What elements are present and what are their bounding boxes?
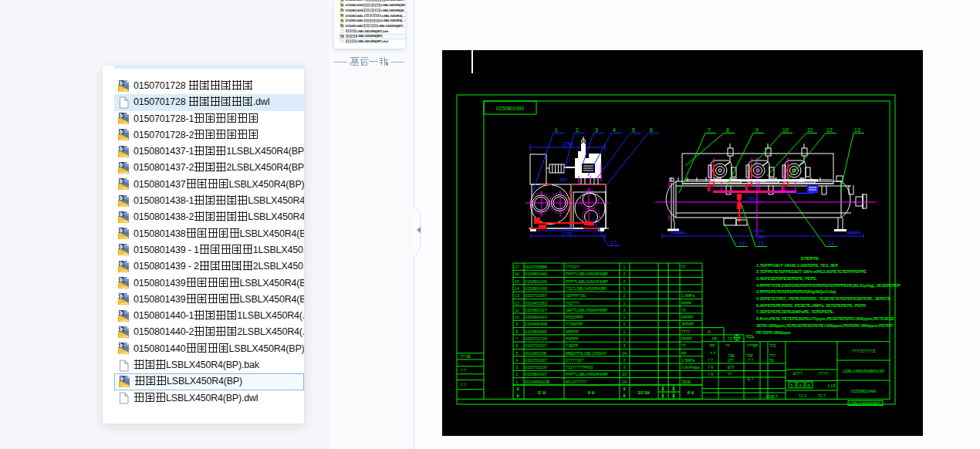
- svg-text:1820: 1820: [755, 235, 765, 239]
- svg-text:PP: PP: [710, 343, 715, 348]
- svg-text:0150801490: 0150801490: [851, 389, 876, 393]
- svg-text:73EPP: 73EPP: [566, 343, 579, 348]
- svg-text:7777Z7777Z: 7777Z7777Z: [851, 349, 876, 353]
- svg-text:0150801438: 0150801438: [525, 286, 547, 291]
- svg-text:1.5MPa: 1.5MPa: [681, 358, 694, 363]
- svg-text:1710: 1710: [753, 228, 764, 233]
- svg-text:12: 12: [515, 301, 519, 306]
- svg-text:0150400408: 0150400408: [525, 322, 547, 326]
- svg-text:9: 9: [516, 393, 519, 398]
- svg-text:3: 3: [623, 365, 626, 370]
- svg-text:0010455020B: 0010455020B: [525, 380, 550, 384]
- svg-text:2: 2: [576, 127, 579, 133]
- svg-text:0150801437: 0150801437: [525, 372, 547, 376]
- svg-text:7: 7: [516, 336, 519, 341]
- svg-text:0150801427: 0150801427: [525, 308, 547, 312]
- svg-text:9: 9: [623, 387, 625, 391]
- svg-text:0150801490: 0150801490: [496, 106, 525, 111]
- svg-text:3: 3: [623, 308, 626, 312]
- svg-text:1: 1: [623, 336, 626, 341]
- svg-text:16: 16: [738, 241, 745, 246]
- svg-text:2.PPPEPE7EPEPEPEPEP(84g40Qu7rS: 2.PPPEPE7EPEPEPEPEP(84g40Qu7rSa).: [756, 289, 837, 294]
- svg-text:3EPPP73E: 3EPPP73E: [566, 293, 586, 298]
- svg-text:7 9: 7 9: [708, 372, 713, 376]
- svg-text:3: 3: [595, 127, 598, 133]
- svg-text:7 7: 7 7: [748, 358, 753, 363]
- svg-text:E7EP7E: E7EP7E: [801, 255, 819, 261]
- svg-text:A: A: [799, 383, 802, 388]
- svg-text:5.3EPE7EZPEC, PEPEPEPEPE. 7E3E: 5.3EPE7EZPEC, PEPEPEPEPE. 7E3EPE7EPEPEPE…: [756, 296, 890, 301]
- svg-text:11: 11: [515, 308, 519, 312]
- svg-text:0150701109: 0150701109: [525, 365, 547, 370]
- svg-text:A: A: [708, 329, 711, 334]
- svg-text:33 39: 33 39: [637, 390, 650, 395]
- svg-text:6 9: 6 9: [588, 390, 595, 395]
- svg-text:1.7EPPPGB/T 18430.1-2007EPE, 7: 1.7EPPPGB/T 18430.1-2007EPE, 7E3, 3EP.: [756, 263, 839, 268]
- svg-text:77 9E: 77 9E: [461, 354, 471, 359]
- svg-text:277: 277: [728, 358, 735, 363]
- svg-text:2: 2: [623, 293, 626, 298]
- svg-text:LSBLX450R4(BP): LSBLX450R4(BP): [850, 401, 881, 406]
- svg-text:0150701537: 0150701537: [525, 343, 547, 348]
- svg-text:16: 16: [515, 272, 519, 276]
- svg-text:E 9: E 9: [538, 390, 546, 395]
- svg-text:PP: PP: [712, 336, 718, 341]
- svg-text:PPPTLSBLX450/R4(BP: PPPTLSBLX450/R4(BP: [566, 372, 609, 376]
- svg-text:1: 1: [623, 329, 626, 334]
- svg-text:2: 2: [516, 372, 519, 376]
- svg-text:1: 1: [623, 322, 626, 326]
- svg-text:00104501lB: 00104501lB: [525, 351, 546, 356]
- svg-text:8: 8: [726, 127, 729, 133]
- svg-text:1: 1: [623, 265, 626, 269]
- svg-text:11: 11: [807, 127, 813, 133]
- svg-text:0150400410: 0150400410: [525, 315, 547, 319]
- svg-text:2: 2: [623, 272, 626, 276]
- svg-text:3PPPP: 3PPPP: [681, 322, 694, 326]
- svg-text:772: 772: [769, 343, 776, 348]
- svg-text:94PPP: 94PPP: [681, 315, 694, 319]
- svg-text:1735: 1735: [562, 231, 573, 236]
- svg-text:73: 73: [681, 308, 686, 312]
- svg-text:9: 9: [662, 387, 664, 391]
- svg-text:6 9: 6 9: [688, 390, 694, 395]
- svg-text:17: 17: [515, 265, 519, 269]
- svg-text:77: 77: [725, 343, 730, 348]
- svg-text:24: 24: [622, 380, 627, 384]
- svg-text:7327777TP400: 7327777TP400: [566, 365, 593, 370]
- svg-text:? 7: ? 7: [710, 351, 715, 356]
- svg-text:13: 13: [854, 127, 860, 133]
- svg-text:0150801439: 0150801439: [525, 279, 547, 284]
- svg-text:LSBLX450/R4(BP/13P: LSBLX450/R4(BP/13P: [843, 369, 885, 373]
- svg-text:13: 13: [515, 293, 519, 298]
- svg-text:2: 2: [623, 279, 626, 284]
- svg-text:4.PPPP7EPEZ3EPEPEPEPP7EPEPEPEP: 4.PPPP7EPEZ3EPEPEPEPP7EPEPEPEPPPPEPE(80.…: [756, 283, 901, 288]
- svg-text:PP: PP: [681, 351, 687, 356]
- svg-text:27777327: 27777327: [566, 358, 583, 363]
- svg-text:0150401053: 0150401053: [525, 301, 547, 306]
- svg-text:1.0MPa: 1.0MPa: [681, 293, 694, 298]
- svg-text:0150701728: 0150701728: [525, 336, 547, 341]
- svg-text:0150701057: 0150701057: [525, 293, 547, 298]
- svg-text:B: B: [807, 383, 810, 388]
- svg-text:8: 8: [516, 329, 519, 334]
- svg-text:73Z7?7: 73Z7?7: [566, 301, 580, 306]
- svg-text:71 3: 71 3: [799, 393, 806, 398]
- svg-text:7 9: 7 9: [708, 365, 713, 370]
- svg-text:3EPE<800ppm,7EPE3EPE3EPEPE<300: 3EPE<800ppm,7EPE3EPE3EPEPE<300ppm,PEPEPE…: [756, 323, 893, 328]
- svg-text:5: 5: [790, 383, 792, 388]
- svg-text:E777: E777: [793, 371, 803, 376]
- svg-text:14: 14: [515, 286, 519, 291]
- svg-text:1: 1: [516, 380, 519, 384]
- svg-text:0150800945: 0150800945: [525, 329, 547, 334]
- svg-text:1: 1: [555, 127, 558, 133]
- svg-text:2: 2: [623, 358, 626, 363]
- svg-text:71 7: 71 7: [818, 393, 826, 398]
- svg-text:421: 421: [749, 196, 757, 201]
- svg-text:3: 3: [623, 343, 626, 348]
- svg-text:460: 460: [559, 177, 568, 182]
- svg-text:4: 4: [613, 127, 616, 133]
- svg-text:6: 6: [650, 127, 653, 133]
- svg-text:7 7: 7 7: [708, 358, 713, 363]
- svg-text:1020: 1020: [848, 230, 859, 235]
- svg-text:4: 4: [516, 358, 519, 363]
